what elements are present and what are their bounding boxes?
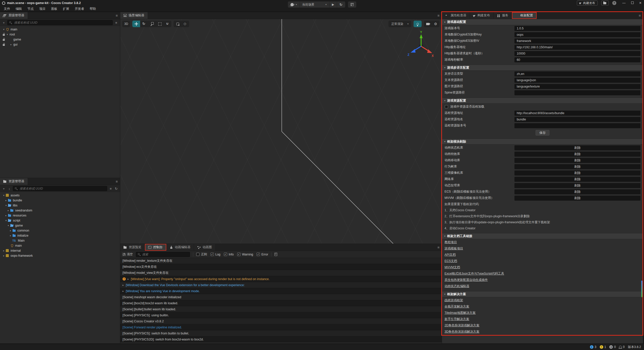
- field-input[interactable]: 1.0.5: [514, 26, 640, 31]
- console-tab[interactable]: 动画图: [194, 244, 216, 251]
- assets-search-input[interactable]: [13, 186, 107, 191]
- tree-node-row[interactable]: ▾ script: [0, 218, 120, 223]
- inspector-tab[interactable]: 服务: [494, 12, 512, 19]
- scene-settings-button[interactable]: [432, 21, 439, 27]
- expand-arrow-icon[interactable]: ▸: [9, 234, 12, 237]
- menubar-item[interactable]: 帮助: [87, 6, 99, 12]
- tree-node-row[interactable]: ▾ libs: [0, 203, 120, 208]
- panel-menu-icon[interactable]: [437, 244, 439, 251]
- menubar-item[interactable]: 扩展: [60, 6, 72, 12]
- tree-node-row[interactable]: ▸ resources: [0, 213, 120, 218]
- expand-arrow-icon[interactable]: ▸: [4, 214, 8, 217]
- expand-arrow-icon[interactable]: ▾: [4, 219, 8, 222]
- doc-link[interactable]: 3D角色扮演游戏解决方案: [445, 330, 479, 334]
- tree-node-row[interactable]: ▸ common: [0, 228, 120, 233]
- section-header-resource[interactable]: ▾ 游戏资源配置: [442, 98, 643, 104]
- doc-link[interactable]: API文档: [445, 253, 456, 257]
- tree-node-row[interactable]: ▸ internal: [0, 248, 120, 253]
- section-header-i18n[interactable]: ▾ 游戏多语言配置: [442, 65, 643, 71]
- remove-module-button[interactable]: 剔除: [514, 145, 640, 150]
- expand-arrow-icon[interactable]: ▸: [2, 249, 6, 252]
- console-log-row[interactable]: [Scene] meshopt wasm decoder initialized: [120, 294, 442, 300]
- render-mode-dropdown[interactable]: 正常渲染 ▾: [388, 21, 411, 27]
- 3d-mode-toggle[interactable]: 3D: [122, 21, 130, 27]
- doc-link[interactable]: 新手引导解决方案: [445, 317, 469, 321]
- tree-node-row[interactable]: Main: [0, 238, 120, 243]
- doc-link[interactable]: 2D角色扮演游戏解决方案: [445, 323, 479, 328]
- scene-tool-button[interactable]: [140, 21, 148, 27]
- sort-icon[interactable]: ↕: [7, 187, 11, 191]
- field-input[interactable]: 10000: [514, 51, 640, 56]
- menubar-item[interactable]: 文件: [1, 6, 13, 12]
- minimize-button[interactable]: —: [622, 0, 626, 6]
- doc-link[interactable]: 游戏模板项目: [445, 246, 463, 251]
- menubar-item[interactable]: 节点: [25, 6, 36, 12]
- doc-link[interactable]: Tiledmap地图解决方案: [445, 311, 476, 315]
- expand-arrow-icon[interactable]: ▾: [2, 194, 6, 197]
- console-log-row[interactable]: [Window] model_view文件夹存在: [120, 270, 442, 276]
- remove-module-button[interactable]: 剔除: [514, 189, 640, 194]
- preview-platform-button[interactable]: ▾: [288, 2, 300, 8]
- console-log-row[interactable]: [Window] Download the Vue Devtools exten…: [120, 282, 442, 288]
- console-log-row[interactable]: [Window] ecs文件夹存在: [120, 264, 442, 270]
- maximize-button[interactable]: [631, 2, 634, 4]
- play-button[interactable]: [329, 2, 337, 8]
- field-input[interactable]: zh,en: [514, 71, 640, 76]
- field-input[interactable]: 60: [514, 57, 640, 62]
- tree-node-row[interactable]: ▸ seedrandom: [0, 208, 120, 213]
- tree-node-row[interactable]: ▾ root: [0, 32, 120, 37]
- doc-link[interactable]: Excel格式转Json文件与TypeScript代码工具: [445, 272, 504, 276]
- inspector-tab[interactable]: 属性检查器: [442, 12, 470, 19]
- tab-assets[interactable]: 资源管理器: [0, 178, 28, 185]
- scene-tool-button[interactable]: [164, 21, 171, 27]
- expand-arrow-icon[interactable]: ▸: [7, 209, 10, 212]
- scene-light-toggle[interactable]: [414, 21, 422, 27]
- scene-tool-button[interactable]: [174, 21, 181, 27]
- console-tab[interactable]: 控制台: [145, 244, 166, 251]
- section-header-basic[interactable]: ▾ 游戏基础配置: [442, 19, 643, 25]
- tree-node-row[interactable]: ▾ game: [0, 223, 120, 228]
- warning-count[interactable]: ! 1: [600, 345, 606, 349]
- log-detail-icon[interactable]: [274, 253, 277, 256]
- console-log-row[interactable]: [Scene] [PHYSICS]: switch from builtin t…: [120, 330, 442, 336]
- help-button[interactable]: ?: [612, 1, 616, 5]
- doc-link[interactable]: ECS文档: [445, 259, 457, 263]
- console-filter-checkbox[interactable]: 正则: [196, 252, 207, 256]
- clear-console-button[interactable]: 清空: [123, 252, 133, 256]
- console-log-row[interactable]: [Scene] Forward render pipeline initiali…: [120, 324, 442, 330]
- tree-node-row[interactable]: ▸ initialize: [0, 233, 120, 238]
- scene-tool-button[interactable]: [132, 21, 140, 27]
- doc-link[interactable]: 教程项目: [445, 240, 457, 244]
- open-project-folder-button[interactable]: [601, 1, 609, 6]
- doc-link[interactable]: 战棋游戏框架: [445, 298, 463, 302]
- remove-module-button[interactable]: 剔除: [514, 158, 640, 163]
- field-input[interactable]: oops: [514, 32, 640, 37]
- info-count[interactable]: i 3: [590, 345, 596, 349]
- field-input[interactable]: [514, 90, 640, 95]
- field-input[interactable]: [514, 123, 640, 128]
- inspector-tab[interactable]: 构建发布: [470, 12, 494, 19]
- field-input[interactable]: http://localhost:8083/assets/bundle: [514, 111, 640, 116]
- scene-tool-button[interactable]: [181, 21, 189, 27]
- panel-menu-icon[interactable]: [639, 12, 641, 19]
- menubar-item[interactable]: 开发者: [72, 6, 87, 12]
- scene-tool-button[interactable]: [156, 21, 164, 27]
- expand-arrow-icon[interactable]: [123, 284, 126, 286]
- console-search-input[interactable]: [136, 252, 190, 257]
- inspector-tab[interactable]: 框架配置: [512, 12, 537, 19]
- reload-button[interactable]: [337, 2, 345, 8]
- expand-arrow-icon[interactable]: [123, 290, 126, 292]
- console-log-row[interactable]: [Scene] [PHYSICS]: using builtin.: [120, 312, 442, 318]
- field-input[interactable]: bundle: [514, 117, 640, 122]
- notification-count[interactable]: 0: [619, 345, 625, 349]
- field-input[interactable]: http://192.168.0.150/main/: [514, 45, 640, 50]
- add-node-button[interactable]: +: [2, 21, 6, 25]
- tree-node-row[interactable]: main: [0, 243, 120, 248]
- expand-arrow-icon[interactable]: [128, 278, 131, 280]
- scrollbar-thumb[interactable]: [641, 281, 642, 297]
- filter-icon[interactable]: ≡: [109, 187, 113, 191]
- menubar-item[interactable]: 编辑: [13, 6, 25, 12]
- remove-module-button[interactable]: 剔除: [514, 196, 640, 201]
- expand-arrow-icon[interactable]: ▸: [2, 254, 6, 257]
- tab-hierarchy[interactable]: 层级管理器: [0, 12, 28, 19]
